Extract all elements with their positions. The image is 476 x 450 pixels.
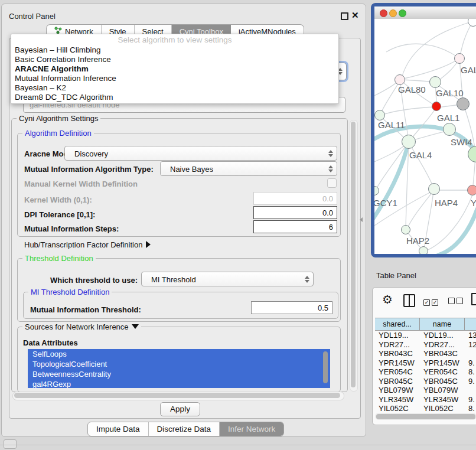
mi-type-combobox[interactable]: Naive Bayes	[160, 161, 337, 176]
document-icon[interactable]	[471, 293, 476, 305]
network-node-swi4[interactable]	[443, 123, 456, 136]
data-attribute-item[interactable]: gal4RGexp	[28, 379, 330, 388]
h-scroll-thumb[interactable]	[14, 393, 340, 398]
network-node-gal11[interactable]	[374, 110, 385, 120]
tab-impute-data[interactable]: Impute Data	[88, 422, 149, 436]
status-bar-divider	[0, 445, 476, 445]
network-node[interactable]	[457, 97, 470, 110]
table-row[interactable]: YBR043CYBR043C	[375, 349, 476, 358]
network-node-gal1[interactable]	[432, 102, 441, 111]
algorithm-option[interactable]: Dream8 DC_TDC Algorithm	[15, 93, 335, 102]
manual-kernel-checkbox[interactable]	[327, 178, 337, 188]
table-cell	[465, 386, 476, 395]
mi-steps-field[interactable]: 6	[253, 220, 337, 233]
table-row[interactable]: YDR27...YDR27...12	[375, 340, 476, 350]
column-header[interactable]: shared...	[375, 318, 420, 330]
column-header[interactable]: name	[420, 318, 465, 330]
network-node-gal4[interactable]	[402, 135, 416, 149]
network-node-gal10[interactable]	[429, 76, 441, 88]
settings-group-title: Cyni Algorithm Settings	[17, 114, 100, 123]
table-row[interactable]: YDL19...YDL19...13	[375, 331, 476, 340]
data-attributes-list[interactable]: SelfLoopsTopologicalCoefficientBetweenne…	[28, 349, 330, 388]
algorithm-popup-placeholder: Select algorithm to view settings	[11, 35, 338, 44]
control-panel-title: Control Panel	[9, 12, 56, 21]
deselect-all-columns-icon[interactable]	[448, 296, 465, 306]
table-cell: YDL19...	[420, 331, 465, 340]
sources-group-title[interactable]: Sources for Network Inference	[22, 322, 141, 331]
table-cell: YDR27...	[375, 340, 420, 350]
threshold-definition-title: Threshold Definition	[22, 254, 96, 263]
panel-divider-grip[interactable]	[360, 217, 363, 222]
algorithm-option[interactable]: Mutual Information Inference	[15, 74, 335, 83]
table-body: YDL19...YDL19...13YDR27...YDR27...12YBR0…	[375, 331, 476, 413]
which-threshold-label: Which threshold to use:	[50, 276, 138, 285]
data-attribute-item[interactable]: BetweennessCentrality	[28, 369, 330, 379]
table-cell: YPR145W	[375, 358, 420, 368]
close-icon[interactable]: ✕	[351, 10, 359, 21]
network-node-hap4[interactable]	[428, 183, 440, 195]
column-header[interactable]: A	[465, 318, 476, 330]
table-row[interactable]: YIL052CYIL052C8.	[375, 404, 476, 413]
close-traffic-light-icon[interactable]	[380, 9, 387, 17]
table-cell: 9.	[465, 395, 476, 405]
combo-stepper-icon	[305, 275, 309, 283]
tab-infer-network[interactable]: Infer Network	[220, 422, 283, 436]
expand-right-icon	[146, 241, 151, 248]
table-row[interactable]: YBL079WYBL079W	[375, 386, 476, 395]
network-window-titlebar[interactable]	[374, 6, 476, 19]
kernel-width-field[interactable]: 0.0	[253, 192, 337, 205]
network-node[interactable]	[419, 246, 428, 254]
data-attribute-item[interactable]: SelfLoops	[28, 349, 330, 359]
settings-horizontal-scrollbar[interactable]	[12, 392, 344, 400]
node-label: GAL1	[437, 113, 459, 123]
network-node-hap2[interactable]	[401, 225, 410, 234]
algorithm-option[interactable]: Bayesian – K2	[15, 83, 335, 93]
which-threshold-value: MI Threshold	[148, 275, 196, 284]
dpi-tolerance-field[interactable]: 0.0	[253, 206, 337, 219]
attributes-list-scrollbar[interactable]	[323, 351, 328, 383]
table-cell: YLR345W	[375, 395, 420, 405]
network-node-gal80[interactable]	[395, 74, 405, 85]
aracne-mode-combobox[interactable]: Discovery	[64, 146, 337, 161]
node-label: GAL80	[398, 84, 426, 94]
which-threshold-combobox[interactable]: MI Threshold	[141, 272, 314, 286]
data-attribute-item[interactable]: TopologicalCoefficient	[28, 359, 330, 369]
network-node-y[interactable]	[467, 185, 476, 195]
table-panel-window: ⚙ ✓✓ shared...nameA YDL19...YDL19...13YD…	[372, 287, 476, 425]
v-scroll-thumb[interactable]	[351, 122, 356, 387]
settings-vertical-scrollbar[interactable]	[350, 120, 358, 392]
algorithm-option[interactable]: ARACNE Algorithm	[15, 64, 335, 74]
dpi-tolerance-label: DPI Tolerance [0,1]:	[24, 210, 95, 219]
node-label: HAP2	[406, 236, 429, 246]
node-label: GCY1	[374, 198, 397, 208]
minimized-panel-icon[interactable]	[4, 439, 17, 449]
algorithm-option[interactable]: Basic Correlation Inference	[15, 55, 335, 64]
gear-icon[interactable]: ⚙	[382, 292, 393, 306]
hub-definition-expander[interactable]: Hub/Transcription Factor Definition	[24, 240, 151, 249]
algorithm-option[interactable]: Bayesian – Hill Climbing	[15, 45, 335, 55]
table-row[interactable]: YER054CYER054C8.	[375, 367, 476, 377]
table-row[interactable]: YPR145WYPR145W9.	[375, 358, 476, 368]
table-cell: YBR045C	[375, 377, 420, 386]
minimize-traffic-light-icon[interactable]	[389, 9, 397, 17]
apply-button[interactable]: Apply	[160, 402, 200, 416]
mi-type-label: Mutual Information Algorithm Type:	[24, 165, 154, 174]
table-cell: 13	[465, 331, 476, 340]
zoom-traffic-light-icon[interactable]	[399, 9, 406, 17]
tab-discretize-data[interactable]: Discretize Data	[149, 422, 220, 436]
split-columns-icon[interactable]	[403, 294, 415, 307]
table-horizontal-scrollbar[interactable]	[375, 413, 476, 420]
table-row[interactable]: YLR345WYLR345W9.	[375, 395, 476, 405]
mi-threshold-field[interactable]: 0.5	[251, 301, 332, 314]
network-canvas[interactable]: GALGAL80GAL10GAL1GAL11SWI4GAL4GCY1HAP4YH…	[374, 19, 476, 254]
mi-threshold-label: Mutual Information Threshold:	[30, 305, 141, 314]
algorithm-popup-list: Bayesian – Hill ClimbingBasic Correlatio…	[15, 45, 335, 102]
table-row[interactable]: YBR045CYBR045C9.	[375, 377, 476, 386]
network-node-gal[interactable]	[454, 53, 465, 64]
aracne-mode-value: Discovery	[71, 149, 108, 158]
algorithm-definition-title: Algorithm Definition	[22, 129, 94, 138]
select-all-columns-icon[interactable]: ✓✓	[423, 296, 440, 306]
table-h-scroll-thumb[interactable]	[376, 414, 475, 419]
float-window-icon[interactable]	[341, 12, 348, 20]
node-table: shared...nameA YDL19...YDL19...13YDR27..…	[375, 318, 476, 413]
